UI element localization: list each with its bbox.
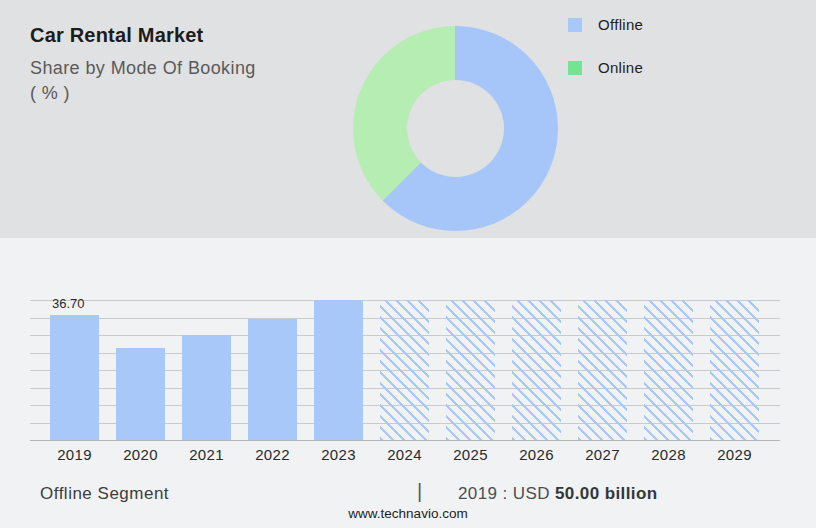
bar-chart-plot: 36.70 <box>30 300 780 440</box>
legend-item-online: Online <box>568 60 643 75</box>
x-axis: 2019202020212022202320242025202620272028… <box>30 446 780 468</box>
x-axis-label-2020: 2020 <box>123 446 158 463</box>
separator-bar: | <box>417 480 422 503</box>
kpi-prefix: 2019 : USD <box>458 484 550 503</box>
gridline <box>30 440 780 441</box>
x-axis-label-2019: 2019 <box>57 446 92 463</box>
title-block: Car Rental Market Share by Mode Of Booki… <box>30 24 330 106</box>
bar-forecast-2026 <box>512 300 561 440</box>
x-axis-label-2024: 2024 <box>387 446 422 463</box>
x-axis-label-2027: 2027 <box>585 446 620 463</box>
online-swatch-icon <box>568 61 582 75</box>
legend-label: Online <box>598 59 643 76</box>
bar-forecast-2024 <box>380 300 429 440</box>
legend-item-offline: Offline <box>568 17 643 32</box>
kpi-value: 2019 : USD 50.00 billion <box>458 484 658 504</box>
page-title: Car Rental Market <box>30 24 330 47</box>
segment-label: Offline Segment <box>40 484 169 504</box>
bar-value-label: 36.70 <box>52 296 85 311</box>
header-section: Car Rental Market Share by Mode Of Booki… <box>0 0 816 238</box>
page-subtitle-unit: ( % ) <box>30 81 330 106</box>
donut-hole <box>407 80 504 177</box>
infographic-root: Car Rental Market Share by Mode Of Booki… <box>0 0 816 528</box>
kpi-bold-value: 50.00 billion <box>555 484 658 503</box>
x-axis-label-2021: 2021 <box>189 446 224 463</box>
bar-2019 <box>50 315 99 440</box>
bar-2023 <box>314 300 363 440</box>
bar-forecast-2027 <box>578 300 627 440</box>
chart-legend: OfflineOnline <box>568 17 643 103</box>
x-axis-label-2028: 2028 <box>651 446 686 463</box>
bar-forecast-2028 <box>644 300 693 440</box>
bar-2021 <box>182 335 231 440</box>
page-subtitle: Share by Mode Of Booking <box>30 56 330 81</box>
donut-chart <box>353 26 558 231</box>
legend-label: Offline <box>598 16 643 33</box>
website-url: www.technavio.com <box>0 506 816 521</box>
bar-2020 <box>116 348 165 440</box>
x-axis-label-2025: 2025 <box>453 446 488 463</box>
bar-forecast-2029 <box>710 300 759 440</box>
bar-chart-section: 36.70 2019202020212022202320242025202620… <box>0 238 816 528</box>
bar-2022 <box>248 319 297 440</box>
x-axis-label-2026: 2026 <box>519 446 554 463</box>
offline-swatch-icon <box>568 18 582 32</box>
x-axis-label-2022: 2022 <box>255 446 290 463</box>
x-axis-label-2029: 2029 <box>717 446 752 463</box>
bar-forecast-2025 <box>446 300 495 440</box>
x-axis-label-2023: 2023 <box>321 446 356 463</box>
